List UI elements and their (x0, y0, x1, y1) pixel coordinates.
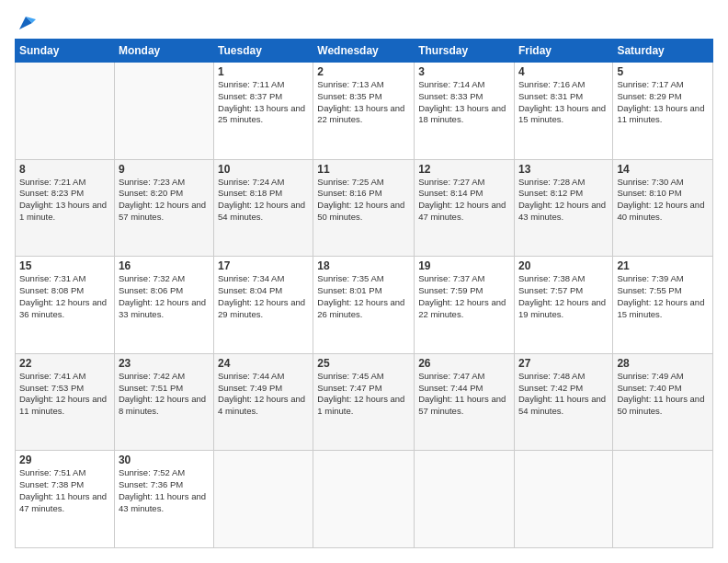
calendar-cell: 8Sunrise: 7:21 AMSunset: 8:23 PMDaylight… (16, 159, 115, 257)
calendar-week-row: 29Sunrise: 7:51 AMSunset: 7:38 PMDayligh… (16, 451, 713, 548)
calendar-cell (114, 63, 213, 160)
day-number: 24 (218, 357, 309, 370)
calendar-cell: 15Sunrise: 7:31 AMSunset: 8:08 PMDayligh… (16, 257, 115, 354)
day-detail: Sunrise: 7:41 AMSunset: 7:53 PMDaylight:… (19, 371, 107, 416)
calendar-cell: 14Sunrise: 7:30 AMSunset: 8:10 PMDayligh… (613, 159, 713, 257)
calendar-week-row: 1Sunrise: 7:11 AMSunset: 8:37 PMDaylight… (16, 63, 713, 160)
day-detail: Sunrise: 7:13 AMSunset: 8:35 PMDaylight:… (317, 79, 404, 124)
day-detail: Sunrise: 7:47 AMSunset: 7:44 PMDaylight:… (418, 371, 506, 416)
day-number: 10 (218, 163, 309, 176)
calendar-cell: 13Sunrise: 7:28 AMSunset: 8:12 PMDayligh… (514, 159, 612, 257)
day-number: 25 (317, 357, 410, 370)
day-detail: Sunrise: 7:42 AMSunset: 7:51 PMDaylight:… (119, 371, 206, 416)
day-detail: Sunrise: 7:25 AMSunset: 8:16 PMDaylight:… (317, 177, 404, 222)
logo (15, 15, 36, 29)
calendar-cell: 9Sunrise: 7:23 AMSunset: 8:20 PMDaylight… (114, 159, 213, 257)
calendar-week-row: 22Sunrise: 7:41 AMSunset: 7:53 PMDayligh… (16, 353, 713, 451)
calendar-cell: 18Sunrise: 7:35 AMSunset: 8:01 PMDayligh… (313, 257, 415, 354)
day-detail: Sunrise: 7:38 AMSunset: 7:57 PMDaylight:… (518, 273, 606, 318)
calendar-header-wednesday: Wednesday (313, 40, 415, 63)
logo-icon (16, 13, 36, 33)
page: SundayMondayTuesdayWednesdayThursdayFrid… (0, 0, 728, 563)
day-number: 5 (617, 65, 709, 78)
day-detail: Sunrise: 7:51 AMSunset: 7:38 PMDaylight:… (19, 467, 107, 512)
day-number: 11 (317, 163, 410, 176)
calendar-cell (313, 451, 415, 548)
calendar-week-row: 8Sunrise: 7:21 AMSunset: 8:23 PMDaylight… (16, 159, 713, 257)
calendar-cell: 4Sunrise: 7:16 AMSunset: 8:31 PMDaylight… (514, 63, 612, 160)
day-number: 2 (317, 65, 410, 78)
day-detail: Sunrise: 7:52 AMSunset: 7:36 PMDaylight:… (119, 467, 206, 512)
day-detail: Sunrise: 7:35 AMSunset: 8:01 PMDaylight:… (317, 273, 404, 318)
calendar-week-row: 15Sunrise: 7:31 AMSunset: 8:08 PMDayligh… (16, 257, 713, 354)
calendar-cell: 29Sunrise: 7:51 AMSunset: 7:38 PMDayligh… (16, 451, 115, 548)
calendar-cell (214, 451, 313, 548)
calendar-header-tuesday: Tuesday (214, 40, 313, 63)
calendar-cell: 27Sunrise: 7:48 AMSunset: 7:42 PMDayligh… (514, 353, 612, 451)
calendar: SundayMondayTuesdayWednesdayThursdayFrid… (15, 39, 713, 548)
day-detail: Sunrise: 7:34 AMSunset: 8:04 PMDaylight:… (218, 273, 305, 318)
day-detail: Sunrise: 7:48 AMSunset: 7:42 PMDaylight:… (518, 371, 606, 416)
day-number: 29 (19, 454, 110, 466)
day-number: 12 (418, 163, 510, 176)
day-detail: Sunrise: 7:11 AMSunset: 8:37 PMDaylight:… (218, 79, 305, 124)
calendar-cell: 3Sunrise: 7:14 AMSunset: 8:33 PMDaylight… (415, 63, 515, 160)
day-number: 4 (518, 65, 609, 78)
day-detail: Sunrise: 7:27 AMSunset: 8:14 PMDaylight:… (418, 177, 506, 222)
day-number: 14 (617, 163, 709, 176)
calendar-cell: 10Sunrise: 7:24 AMSunset: 8:18 PMDayligh… (214, 159, 313, 257)
day-detail: Sunrise: 7:49 AMSunset: 7:40 PMDaylight:… (617, 371, 704, 416)
calendar-cell: 21Sunrise: 7:39 AMSunset: 7:55 PMDayligh… (613, 257, 713, 354)
calendar-cell (514, 451, 612, 548)
day-number: 23 (119, 357, 210, 370)
calendar-header-row: SundayMondayTuesdayWednesdayThursdayFrid… (16, 40, 713, 63)
calendar-cell: 23Sunrise: 7:42 AMSunset: 7:51 PMDayligh… (114, 353, 213, 451)
calendar-cell: 25Sunrise: 7:45 AMSunset: 7:47 PMDayligh… (313, 353, 415, 451)
calendar-header-friday: Friday (514, 40, 612, 63)
day-number: 9 (119, 163, 210, 176)
day-detail: Sunrise: 7:17 AMSunset: 8:29 PMDaylight:… (617, 79, 704, 124)
calendar-cell (16, 63, 115, 160)
day-number: 28 (617, 357, 709, 370)
calendar-cell: 5Sunrise: 7:17 AMSunset: 8:29 PMDaylight… (613, 63, 713, 160)
calendar-cell: 2Sunrise: 7:13 AMSunset: 8:35 PMDaylight… (313, 63, 415, 160)
day-number: 13 (518, 163, 609, 176)
day-number: 19 (418, 259, 510, 272)
day-number: 8 (19, 163, 110, 176)
calendar-header-thursday: Thursday (415, 40, 515, 63)
day-number: 16 (119, 259, 210, 272)
calendar-header-saturday: Saturday (613, 40, 713, 63)
day-number: 27 (518, 357, 609, 370)
day-detail: Sunrise: 7:30 AMSunset: 8:10 PMDaylight:… (617, 177, 704, 222)
day-detail: Sunrise: 7:44 AMSunset: 7:49 PMDaylight:… (218, 371, 305, 416)
calendar-cell: 16Sunrise: 7:32 AMSunset: 8:06 PMDayligh… (114, 257, 213, 354)
calendar-cell: 1Sunrise: 7:11 AMSunset: 8:37 PMDaylight… (214, 63, 313, 160)
calendar-cell (613, 451, 713, 548)
calendar-cell: 20Sunrise: 7:38 AMSunset: 7:57 PMDayligh… (514, 257, 612, 354)
day-detail: Sunrise: 7:32 AMSunset: 8:06 PMDaylight:… (119, 273, 206, 318)
day-number: 30 (119, 454, 210, 466)
day-detail: Sunrise: 7:28 AMSunset: 8:12 PMDaylight:… (518, 177, 606, 222)
day-detail: Sunrise: 7:31 AMSunset: 8:08 PMDaylight:… (19, 273, 107, 318)
calendar-cell: 22Sunrise: 7:41 AMSunset: 7:53 PMDayligh… (16, 353, 115, 451)
day-detail: Sunrise: 7:39 AMSunset: 7:55 PMDaylight:… (617, 273, 704, 318)
day-number: 1 (218, 65, 309, 78)
day-number: 21 (617, 259, 709, 272)
calendar-header-monday: Monday (114, 40, 213, 63)
day-detail: Sunrise: 7:37 AMSunset: 7:59 PMDaylight:… (418, 273, 506, 318)
day-detail: Sunrise: 7:21 AMSunset: 8:23 PMDaylight:… (19, 177, 107, 222)
day-detail: Sunrise: 7:23 AMSunset: 8:20 PMDaylight:… (119, 177, 206, 222)
calendar-cell (415, 451, 515, 548)
header (15, 15, 713, 29)
calendar-cell: 28Sunrise: 7:49 AMSunset: 7:40 PMDayligh… (613, 353, 713, 451)
day-detail: Sunrise: 7:24 AMSunset: 8:18 PMDaylight:… (218, 177, 305, 222)
day-number: 17 (218, 259, 309, 272)
calendar-header-sunday: Sunday (16, 40, 115, 63)
calendar-cell: 17Sunrise: 7:34 AMSunset: 8:04 PMDayligh… (214, 257, 313, 354)
day-number: 26 (418, 357, 510, 370)
day-detail: Sunrise: 7:45 AMSunset: 7:47 PMDaylight:… (317, 371, 404, 416)
day-number: 18 (317, 259, 410, 272)
day-number: 15 (19, 259, 110, 272)
calendar-cell: 19Sunrise: 7:37 AMSunset: 7:59 PMDayligh… (415, 257, 515, 354)
calendar-cell: 11Sunrise: 7:25 AMSunset: 8:16 PMDayligh… (313, 159, 415, 257)
